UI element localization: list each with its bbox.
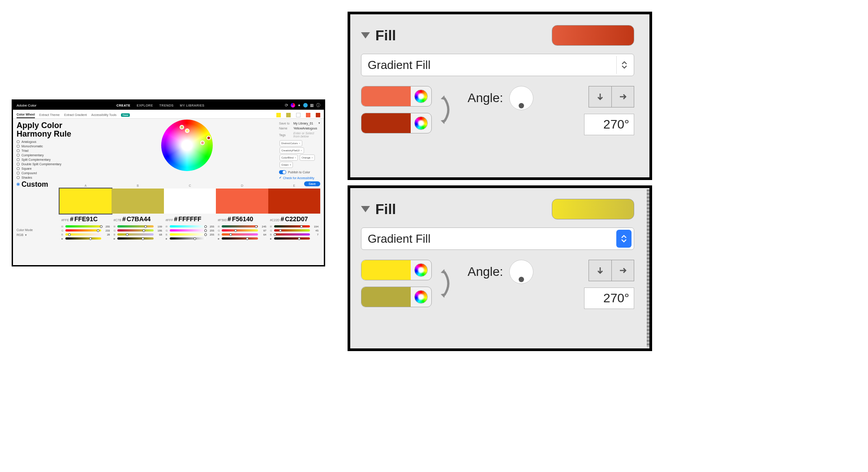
mini-swatch-0[interactable] (276, 113, 281, 117)
rule-complementary[interactable]: Complementary (17, 154, 95, 157)
rule-square[interactable]: Square (17, 167, 95, 170)
name-input[interactable]: YellowAnalogous (293, 127, 320, 130)
slider-value[interactable]: 255 (207, 225, 214, 228)
slider-r[interactable]: R255 (166, 225, 214, 228)
slider-value[interactable]: 194 (311, 225, 318, 228)
angle-dial[interactable] (509, 86, 533, 110)
slider-value[interactable]: 233 (103, 229, 110, 232)
bell-icon[interactable]: ● (297, 103, 301, 107)
toggle-on-icon[interactable] (279, 170, 286, 174)
disclosure-triangle-icon[interactable] (361, 32, 370, 39)
angle-value-input[interactable]: 270° (584, 114, 634, 135)
slider-b[interactable]: B7 (270, 233, 318, 236)
slider-brightness[interactable]: ■ (218, 237, 266, 240)
tags-placeholder[interactable]: Enter or Select from below (293, 132, 320, 138)
fill-preview-swatch[interactable] (552, 199, 634, 219)
hex-2[interactable]: #FFF#FFFFFF (164, 215, 216, 223)
stop-color-0[interactable] (361, 86, 411, 106)
color-picker-button[interactable] (411, 287, 431, 307)
saveto-select[interactable]: My Library_01 (293, 122, 317, 125)
stop-color-1[interactable] (361, 287, 411, 307)
mini-swatch-2[interactable] (296, 113, 301, 117)
color-picker-button[interactable] (411, 260, 431, 280)
wheel-node-3[interactable] (200, 141, 205, 145)
color-bell-icon[interactable] (291, 103, 295, 107)
tab-color-wheel[interactable]: Color Wheel (17, 112, 35, 118)
wheel-node-0[interactable] (180, 125, 184, 129)
tag-chip[interactable]: Green▾ (279, 162, 293, 168)
slider-value[interactable]: 97 (259, 229, 266, 232)
slider-r[interactable]: R199 (113, 225, 162, 228)
slider-r[interactable]: R245 (218, 225, 266, 228)
slider-value[interactable]: 199 (155, 225, 162, 228)
slider-b[interactable]: B68 (113, 233, 162, 236)
slider-g[interactable]: G97 (218, 229, 266, 232)
color-mode-select[interactable]: RGB▾ (17, 233, 60, 237)
rule-double-split-complementary[interactable]: Double Split Complementary (17, 163, 95, 166)
slider-value[interactable]: 255 (207, 229, 214, 232)
hex-0[interactable]: #FFE#FFE91C (60, 215, 112, 223)
hex-4[interactable]: #C22D#C22D07 (268, 215, 320, 223)
slider-b[interactable]: B28 (61, 233, 110, 236)
mini-swatch-3[interactable] (306, 113, 310, 117)
stop-color-0[interactable] (361, 260, 411, 280)
slider-value[interactable]: 255 (103, 225, 110, 228)
slider-value[interactable]: 245 (259, 225, 266, 228)
nav-explore[interactable]: EXPLORE (137, 104, 153, 107)
tag-chip[interactable]: CreativityFlatUI× (279, 147, 304, 154)
slider-brightness[interactable]: ■ (166, 237, 214, 240)
slider-b[interactable]: B255 (166, 233, 214, 236)
slider-value[interactable]: 45 (311, 229, 318, 232)
direction-down-button[interactable] (589, 86, 611, 107)
swatch-0[interactable]: A (60, 189, 112, 214)
tab-accessibility[interactable]: Accessibility Tools (91, 112, 116, 118)
wheel-node-1[interactable] (185, 129, 189, 133)
slider-value[interactable]: 255 (207, 233, 214, 236)
angle-dial[interactable] (509, 260, 533, 284)
nav-create[interactable]: CREATE (116, 104, 130, 107)
slider-b[interactable]: B64 (218, 233, 266, 236)
direction-down-button[interactable] (589, 260, 611, 281)
rule-analogous[interactable]: Analogous (17, 140, 95, 143)
hex-3[interactable]: #F560#F56140 (216, 215, 268, 223)
save-button[interactable]: Save (304, 181, 320, 186)
slider-value[interactable]: 28 (103, 233, 110, 236)
avatar[interactable] (303, 103, 308, 107)
swap-stops-icon[interactable] (440, 92, 455, 129)
slider-g[interactable]: G45 (270, 229, 318, 232)
slider-brightness[interactable]: ■ (61, 237, 110, 240)
tab-extract-theme[interactable]: Extract Theme (39, 112, 60, 118)
slider-g[interactable]: G186 (113, 229, 162, 232)
slider-brightness[interactable]: ■ (113, 237, 162, 240)
slider-r[interactable]: R194 (270, 225, 318, 228)
direction-right-button[interactable] (611, 86, 634, 107)
gradient-stop-1[interactable] (361, 113, 432, 133)
angle-value-input[interactable]: 270° (584, 287, 634, 309)
tag-chip[interactable]: ColorBlind× (279, 154, 298, 161)
reload-icon[interactable]: ⟳ (284, 103, 289, 107)
swap-stops-icon[interactable] (440, 266, 455, 303)
nav-mylibs[interactable]: MY LIBRARIES (180, 104, 205, 107)
gradient-stop-0[interactable] (361, 260, 432, 280)
disclosure-triangle-icon[interactable] (361, 206, 370, 212)
slider-value[interactable]: 7 (311, 233, 318, 236)
slider-r[interactable]: R255 (61, 225, 110, 228)
fill-type-select[interactable]: Gradient Fill (361, 54, 634, 76)
color-picker-button[interactable] (411, 113, 431, 133)
slider-g[interactable]: G233 (61, 229, 110, 232)
slider-value[interactable]: 68 (155, 233, 162, 236)
select-stepper-icon[interactable] (616, 230, 632, 248)
tag-chip[interactable]: Orange× (300, 154, 315, 161)
swatch-3[interactable]: D (216, 189, 268, 214)
direction-right-button[interactable] (611, 260, 634, 281)
apps-grid-icon[interactable]: ▦ (309, 103, 314, 107)
hex-1[interactable]: #C7B#C7BA44 (112, 215, 163, 223)
swatch-2[interactable]: C (164, 189, 216, 214)
mini-swatch-1[interactable] (286, 113, 291, 117)
rule-shades[interactable]: Shades (17, 176, 95, 179)
rule-split-complementary[interactable]: Split Complementary (17, 158, 95, 161)
fill-preview-swatch[interactable] (552, 25, 634, 46)
publish-toggle-row[interactable]: Publish to Color (279, 170, 320, 174)
wheel-node-4[interactable] (206, 136, 211, 140)
check-access-link[interactable]: ✔Check for Accessibility (279, 176, 320, 180)
